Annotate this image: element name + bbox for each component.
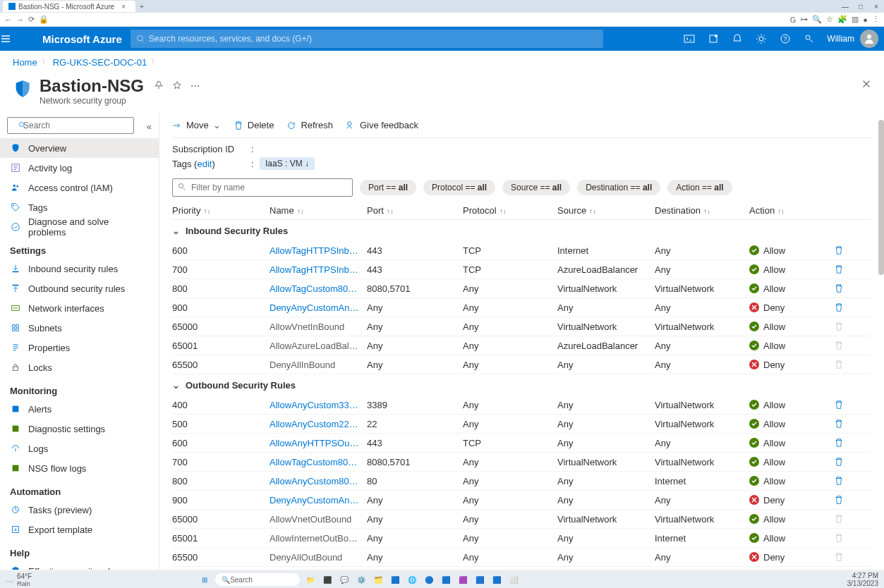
delete-rule-icon[interactable] <box>834 476 858 486</box>
rule-row[interactable]: 65500DenyAllOutBoundAnyAnyAnyAnyDeny <box>172 548 871 567</box>
sidebar-item-alerts[interactable]: Alerts <box>0 399 159 419</box>
zoom-icon[interactable]: 🔍 <box>812 15 822 24</box>
section-outbound[interactable]: ⌄ Outbound Security Rules <box>172 374 871 396</box>
rule-row[interactable]: 65500DenyAllInBoundAnyAnyAnyAnyDeny <box>172 355 871 374</box>
feedback-button[interactable]: Give feedback <box>346 120 418 130</box>
taskbar-app-icon[interactable]: 🟪 <box>456 573 469 586</box>
breadcrumb-home[interactable]: Home <box>13 57 37 68</box>
delete-rule-icon[interactable] <box>834 419 858 429</box>
col-port[interactable]: Port↑↓ <box>367 205 463 216</box>
sidebar-item-diagnose-and-solve-problems[interactable]: Diagnose and solve problems <box>0 217 159 237</box>
delete-rule-icon[interactable] <box>834 438 858 448</box>
delete-rule-icon[interactable] <box>834 245 858 255</box>
rule-row[interactable]: 800AllowTagCustom8080_5…8080,5701AnyVirt… <box>172 279 871 298</box>
delete-rule-icon[interactable] <box>834 302 858 312</box>
tag-pill[interactable]: IaaS : VM ↓ <box>260 157 315 170</box>
cell-name[interactable]: AllowAnyCustom22Out… <box>270 419 367 429</box>
sidebar-item-subnets[interactable]: Subnets <box>0 318 159 338</box>
window-maximize-icon[interactable]: □ <box>853 3 868 11</box>
taskbar-app-icon[interactable]: 🔵 <box>423 573 435 586</box>
taskbar-app-icon[interactable]: ⬜ <box>507 573 520 586</box>
breadcrumb-rg[interactable]: RG-UKS-SEC-DOC-01 <box>53 57 147 68</box>
sidebar-item-diagnostic-settings[interactable]: Diagnostic settings <box>0 419 159 439</box>
taskbar-clock[interactable]: 4:27 PM 3/13/2023 <box>841 572 884 587</box>
taskbar-app-icon[interactable]: 🌐 <box>406 573 418 586</box>
taskbar-app-icon[interactable]: 🟦 <box>440 573 452 586</box>
cell-name[interactable]: AllowAnyCustom3389O… <box>270 400 367 410</box>
delete-rule-icon[interactable] <box>834 264 858 274</box>
taskbar-app-icon[interactable]: 🗂️ <box>372 573 385 586</box>
sidebar-item-activity-log[interactable]: Activity log <box>0 158 159 178</box>
filter-source[interactable]: Source == all <box>502 180 570 195</box>
rule-row[interactable]: 65001AllowAzureLoadBalance…AnyAnyAzureLo… <box>172 336 871 355</box>
edit-tags-link[interactable]: edit <box>197 159 212 169</box>
taskbar-app-icon[interactable]: 🟦 <box>389 573 401 586</box>
sidebar-item-effective-security-rules[interactable]: Effective security rules <box>0 561 159 570</box>
sidebar-item-access-control-iam-[interactable]: Access control (IAM) <box>0 178 159 197</box>
sidebar-item-outbound-security-rules[interactable]: Outbound security rules <box>0 278 159 298</box>
taskbar-app-icon[interactable]: ⚙️ <box>355 573 368 586</box>
rule-row[interactable]: 600AllowAnyHTTPSOutbou…443TCPAnyAnyAllow <box>172 434 871 453</box>
scrollbar[interactable] <box>878 113 884 570</box>
sidebar-item-locks[interactable]: Locks <box>0 357 159 377</box>
filter-protocol[interactable]: Protocol == all <box>423 180 495 195</box>
rule-row[interactable]: 500AllowAnyCustom22Out…22AnyAnyVirtualNe… <box>172 415 871 434</box>
cell-name[interactable]: AllowTagCustom8080_5… <box>270 457 367 467</box>
password-icon[interactable]: ⊶ <box>800 15 808 24</box>
window-close-icon[interactable]: × <box>868 3 884 11</box>
google-account-icon[interactable]: G <box>790 16 797 24</box>
filter-by-name-input[interactable] <box>172 178 353 197</box>
delete-rule-icon[interactable] <box>834 400 858 410</box>
nav-refresh-icon[interactable]: ⟳ <box>28 15 35 24</box>
new-tab-button[interactable]: + <box>135 3 148 11</box>
start-icon[interactable]: ⊞ <box>198 573 211 586</box>
window-minimize-icon[interactable]: — <box>837 3 853 11</box>
sidebar-item-inbound-security-rules[interactable]: Inbound security rules <box>0 259 159 278</box>
cell-name[interactable]: AllowAnyHTTPSOutbou… <box>270 438 367 448</box>
sidebar-item-properties[interactable]: Properties <box>0 338 159 357</box>
collapse-sidebar-icon[interactable]: « <box>147 121 152 132</box>
delete-rule-icon[interactable] <box>834 283 858 293</box>
taskbar-search[interactable]: 🔍Search <box>215 573 300 586</box>
sidebar-item-network-interfaces[interactable]: Network interfaces <box>0 298 159 318</box>
col-name[interactable]: Name↑↓ <box>270 205 367 216</box>
col-source[interactable]: Source↑↓ <box>557 205 655 216</box>
global-search[interactable]: Search resources, services, and docs (G+… <box>131 30 603 48</box>
sidebar-item-nsg-flow-logs[interactable]: NSG flow logs <box>0 458 159 478</box>
cell-name[interactable]: DenyAnyCustomAnyOut… <box>270 495 367 506</box>
cloud-shell-icon[interactable] <box>677 27 701 51</box>
col-action[interactable]: Action↑↓ <box>749 205 834 216</box>
feedback-icon[interactable] <box>797 27 821 51</box>
rule-row[interactable]: 700AllowTagCustom8080_5…8080,5701AnyVirt… <box>172 453 871 472</box>
bookmark-icon[interactable]: ☆ <box>826 15 833 24</box>
help-icon[interactable]: ? <box>773 27 797 51</box>
side-panel-icon[interactable]: ▥ <box>852 15 859 24</box>
rule-row[interactable]: 65001AllowInternetOutBoundAnyAnyAnyInter… <box>172 529 871 548</box>
tab-close-icon[interactable]: × <box>117 3 130 11</box>
col-priority[interactable]: Priority↑↓ <box>172 205 270 216</box>
move-button[interactable]: Move⌄ <box>172 120 221 130</box>
rule-row[interactable]: 400AllowAnyCustom3389O…3389AnyAnyVirtual… <box>172 396 871 415</box>
col-protocol[interactable]: Protocol↑↓ <box>463 205 557 216</box>
filter-action[interactable]: Action == all <box>667 180 732 195</box>
settings-icon[interactable] <box>749 27 773 51</box>
site-lock-icon[interactable]: 🔒 <box>39 15 49 24</box>
taskbar-weather[interactable]: ☁️ 64°FRain <box>0 572 37 587</box>
taskbar-app-icon[interactable]: 📁 <box>304 573 317 586</box>
browser-tab[interactable]: Bastion-NSG - Microsoft Azure × <box>3 1 135 12</box>
nav-back-icon[interactable]: ← <box>4 16 12 24</box>
rule-row[interactable]: 700AllowTagHTTPSInbound443TCPAzureLoadBa… <box>172 260 871 279</box>
taskbar-app-icon[interactable]: 💬 <box>338 573 351 586</box>
more-icon[interactable]: ⋯ <box>190 80 200 91</box>
rule-row[interactable]: 65000AllowVnetInBoundAnyAnyVirtualNetwor… <box>172 317 871 336</box>
favorite-icon[interactable] <box>172 80 182 91</box>
cell-name[interactable]: DenyAnyCustomAnyInb… <box>270 302 367 313</box>
browser-menu-icon[interactable]: ⋮ <box>872 15 880 24</box>
section-inbound[interactable]: ⌄ Inbound Security Rules <box>172 220 871 241</box>
delete-button[interactable]: Delete <box>234 120 274 130</box>
rule-row[interactable]: 600AllowTagHTTPSInbound…443TCPInternetAn… <box>172 241 871 260</box>
copilot-icon[interactable] <box>701 27 725 51</box>
cell-name[interactable]: AllowTagCustom8080_5… <box>270 283 367 294</box>
cell-name[interactable]: AllowTagHTTPSInbound… <box>270 245 367 256</box>
account-name[interactable]: William <box>821 34 860 44</box>
